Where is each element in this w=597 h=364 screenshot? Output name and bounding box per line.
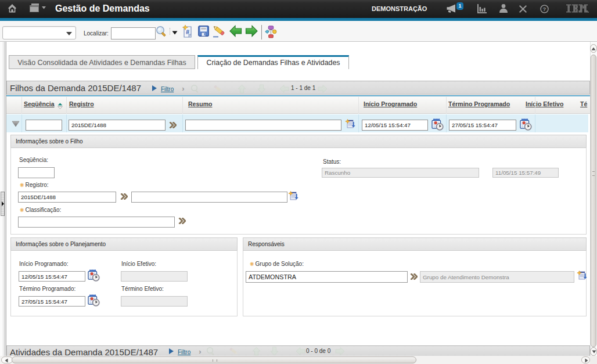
svg-text:?: ? xyxy=(543,6,546,12)
svg-text:#: # xyxy=(186,28,189,35)
